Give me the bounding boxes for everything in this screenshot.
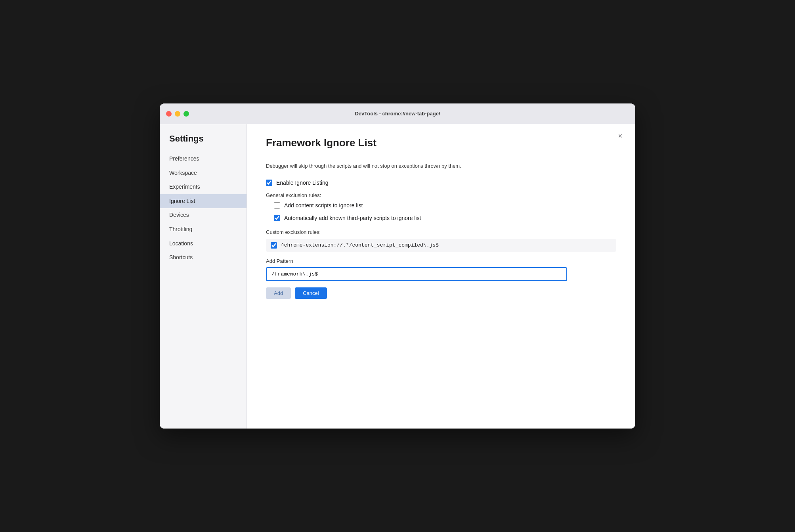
sidebar-item-devices[interactable]: Devices	[160, 208, 247, 222]
third-party-checkbox[interactable]	[274, 215, 280, 221]
sidebar-item-experiments[interactable]: Experiments	[160, 180, 247, 194]
content-scripts-label: Add content scripts to ignore list	[284, 202, 363, 209]
sidebar-item-throttling[interactable]: Throttling	[160, 222, 247, 237]
enable-ignore-listing-row: Enable Ignore Listing	[266, 180, 616, 186]
add-pattern-section: Add Pattern Add Cancel	[266, 258, 616, 299]
custom-rule-row: ^chrome-extension://.*/content_script_co…	[266, 239, 616, 252]
cancel-button[interactable]: Cancel	[295, 287, 327, 299]
sidebar-item-locations[interactable]: Locations	[160, 237, 247, 251]
sidebar-item-workspace[interactable]: Workspace	[160, 166, 247, 180]
enable-ignore-listing-label: Enable Ignore Listing	[276, 180, 329, 186]
minimize-button[interactable]	[175, 111, 180, 117]
custom-exclusion-label: Custom exclusion rules:	[266, 229, 616, 235]
custom-rule-text: ^chrome-extension://.*/content_script_co…	[281, 242, 439, 248]
add-button[interactable]: Add	[266, 287, 291, 299]
titlebar: DevTools - chrome://new-tab-page/	[160, 103, 635, 124]
custom-rule-checkbox[interactable]	[271, 242, 277, 249]
window-title: DevTools - chrome://new-tab-page/	[355, 111, 440, 117]
general-exclusion-rules: Add content scripts to ignore list Autom…	[274, 202, 616, 221]
title-divider	[266, 154, 616, 154]
page-description: Debugger will skip through the scripts a…	[266, 162, 616, 170]
dialog-close-button[interactable]: ×	[615, 130, 626, 142]
sidebar-item-preferences[interactable]: Preferences	[160, 152, 247, 166]
main-panel: × Framework Ignore List Debugger will sk…	[247, 124, 635, 429]
close-button[interactable]	[166, 111, 172, 117]
general-exclusion-label: General exclusion rules:	[266, 192, 616, 198]
sidebar-item-shortcuts[interactable]: Shortcuts	[160, 251, 247, 265]
content-area: Settings Preferences Workspace Experimen…	[160, 124, 635, 429]
maximize-button[interactable]	[183, 111, 189, 117]
pattern-input[interactable]	[266, 267, 567, 281]
content-scripts-row: Add content scripts to ignore list	[274, 202, 616, 209]
third-party-label: Automatically add known third-party scri…	[284, 215, 421, 221]
button-row: Add Cancel	[266, 287, 616, 299]
sidebar-item-ignore-list[interactable]: Ignore List	[160, 194, 247, 209]
sidebar: Settings Preferences Workspace Experimen…	[160, 124, 247, 429]
window-controls	[166, 111, 189, 117]
third-party-row: Automatically add known third-party scri…	[274, 215, 616, 221]
enable-ignore-listing-checkbox[interactable]	[266, 180, 272, 186]
add-pattern-label: Add Pattern	[266, 258, 616, 264]
content-scripts-checkbox[interactable]	[274, 202, 280, 209]
main-window: DevTools - chrome://new-tab-page/ Settin…	[160, 103, 635, 429]
page-title: Framework Ignore List	[266, 137, 616, 149]
sidebar-heading: Settings	[160, 134, 247, 152]
custom-exclusion-section: Custom exclusion rules: ^chrome-extensio…	[266, 229, 616, 252]
